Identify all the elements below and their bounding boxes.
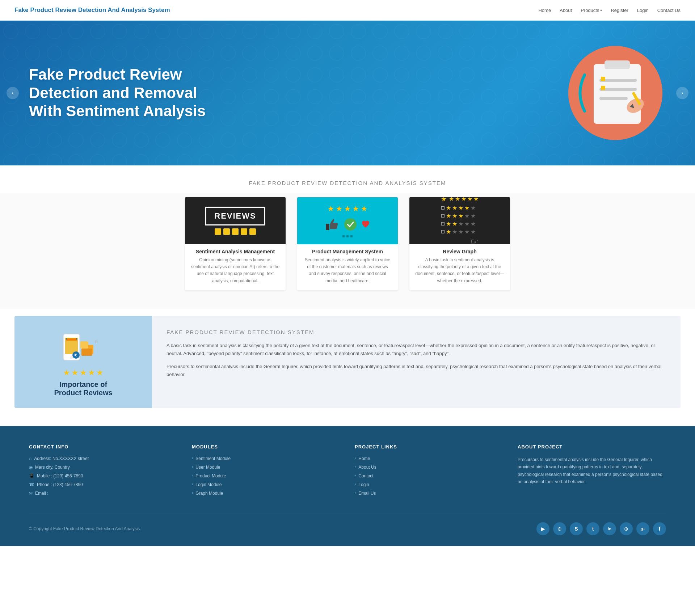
social-facebook[interactable]: f xyxy=(653,522,666,535)
importance-label: Importance ofProduct Reviews xyxy=(54,380,112,397)
link-email: ›Email Us xyxy=(355,491,503,496)
card-product-desc: Sentiment analysis is widely applied to … xyxy=(297,257,398,290)
link-about: ›About Us xyxy=(355,465,503,470)
chevron-icon: › xyxy=(355,465,356,469)
svg-marker-18 xyxy=(66,338,77,341)
email-icon: ✉ xyxy=(29,491,33,496)
thumbs-up-row xyxy=(205,228,265,235)
graph-stars-row1: ★★★★★ xyxy=(449,197,479,202)
social-youtube[interactable]: ▶ xyxy=(536,522,549,535)
detection-left: + ₹ ★ ★ ★ ★ ★ Importance ofProduct Revie… xyxy=(14,316,152,408)
importance-star-1: ★ xyxy=(63,368,70,377)
hero-section: ‹ Fake Product Review Detection and Remo… xyxy=(0,21,695,165)
mobile-icon: 📱 xyxy=(29,473,34,478)
star-2: ★ xyxy=(336,204,343,214)
chevron-icon: › xyxy=(192,482,193,486)
nav-login[interactable]: Login xyxy=(637,8,649,13)
card-sentiment-title: Sentiment Analysis Management xyxy=(185,244,286,257)
footer-links-title: PROJECT LINKS xyxy=(355,444,503,450)
importance-star-5: ★ xyxy=(96,368,104,377)
footer-contact: CONTACT INFO ⌂Address: No.XXXXXX street … xyxy=(29,444,177,499)
svg-rect-3 xyxy=(605,60,630,69)
chevron-icon: › xyxy=(355,473,356,477)
chevron-icon: › xyxy=(192,491,193,495)
chevron-icon: › xyxy=(355,482,356,486)
footer-modules: MODULES ›Sentiment Module ›User Module ›… xyxy=(192,444,340,499)
navbar: Fake Product Review Detection And Analys… xyxy=(0,0,695,21)
module-user: ›User Module xyxy=(192,465,340,470)
hero-illustration xyxy=(565,42,666,144)
nav-products[interactable]: Products ▾ xyxy=(581,8,602,13)
cards-section: REVIEWS Sentiment Analysis Management Op… xyxy=(0,193,695,309)
detection-title: FAKE PRODUCT REVIEW DETECTION SYSTEM xyxy=(167,329,666,335)
importance-star-2: ★ xyxy=(71,368,79,377)
shop-illustration: + ₹ xyxy=(62,327,105,363)
hero-svg xyxy=(565,42,666,144)
card-product: ★ ★ ★ ★ ★ xyxy=(297,197,398,291)
contact-city: ◉Mars city, Country xyxy=(29,465,177,470)
thumbs-up-icon xyxy=(324,216,340,232)
footer-bottom: © Copyright Fake Product Review Detectio… xyxy=(29,514,666,535)
svg-rect-20 xyxy=(81,349,92,356)
importance-star-4: ★ xyxy=(88,368,95,377)
card-graph-desc: A basic task in sentiment analysis is cl… xyxy=(409,257,510,290)
card-img-graph: ★ ★★★★★ ★★★★★ ★★★★★ xyxy=(409,197,510,244)
hero-title: Fake Product Review Detection and Remova… xyxy=(29,66,232,120)
svg-point-16 xyxy=(70,356,73,359)
star-5: ★ xyxy=(361,204,368,214)
detection-section: + ₹ ★ ★ ★ ★ ★ Importance ofProduct Revie… xyxy=(14,316,681,408)
svg-rect-7 xyxy=(601,77,605,81)
link-login: ›Login xyxy=(355,482,503,487)
footer-modules-title: MODULES xyxy=(192,444,340,450)
nav-about[interactable]: About xyxy=(560,8,572,13)
star-4: ★ xyxy=(352,204,359,214)
chevron-icon: › xyxy=(192,473,193,477)
nav-links: Home About Products ▾ Register Login Con… xyxy=(538,7,681,13)
social-skype[interactable]: S xyxy=(570,522,583,535)
footer: CONTACT INFO ⌂Address: No.XXXXXX street … xyxy=(0,426,695,546)
phone-icon: ☎ xyxy=(29,482,34,487)
chevron-icon: › xyxy=(192,465,193,469)
contact-phone: ☎Phone : (123) 456-7890 xyxy=(29,482,177,487)
hero-text: Fake Product Review Detection and Remova… xyxy=(29,66,232,120)
contact-email: ✉Email : xyxy=(29,491,177,496)
contact-mobile: 📱Mobile : (123) 456-7890 xyxy=(29,473,177,478)
module-sentiment: ›Sentiment Module xyxy=(192,456,340,461)
detection-right: FAKE PRODUCT REVIEW DETECTION SYSTEM A b… xyxy=(152,316,681,408)
social-twitter[interactable]: t xyxy=(586,522,599,535)
detection-para1: A basic task in sentiment analysis is cl… xyxy=(167,342,666,358)
social-github[interactable]: ⊙ xyxy=(553,522,566,535)
star-3: ★ xyxy=(344,204,351,214)
footer-grid: CONTACT INFO ⌂Address: No.XXXXXX street … xyxy=(29,444,666,499)
brand-link[interactable]: Fake Product Review Detection And Analys… xyxy=(14,7,170,14)
copyright-text: © Copyright Fake Product Review Detectio… xyxy=(29,526,141,531)
link-contact: ›Contact xyxy=(355,473,503,478)
social-dribbble[interactable]: ⊕ xyxy=(620,522,633,535)
hero-next-button[interactable]: › xyxy=(676,87,688,99)
nav-register[interactable]: Register xyxy=(611,8,628,13)
footer-about-title: ABOUT PROJECT xyxy=(518,444,666,450)
heart-icon xyxy=(361,219,371,229)
nav-contact[interactable]: Contact Us xyxy=(657,8,681,13)
chevron-icon: › xyxy=(192,456,193,460)
module-graph: ›Graph Module xyxy=(192,491,340,496)
globe-icon: ◉ xyxy=(29,465,33,470)
card-sentiment-desc: Opinion mining (sometimes known as senti… xyxy=(185,257,286,290)
footer-links: PROJECT LINKS ›Home ›About Us ›Contact ›… xyxy=(355,444,503,499)
detection-para2: Precursors to sentimental analysis inclu… xyxy=(167,363,666,379)
contact-address: ⌂Address: No.XXXXXX street xyxy=(29,456,177,461)
social-google-plus[interactable]: g+ xyxy=(636,522,649,535)
svg-point-13 xyxy=(344,218,357,231)
social-icons: ▶ ⊙ S t in ⊕ g+ f xyxy=(536,522,666,535)
importance-star-3: ★ xyxy=(80,368,87,377)
card-sentiment: REVIEWS Sentiment Analysis Management Op… xyxy=(185,197,286,291)
svg-rect-21 xyxy=(80,341,88,349)
chevron-down-icon: ▾ xyxy=(600,8,602,12)
module-login: ›Login Module xyxy=(192,482,340,487)
svg-rect-8 xyxy=(601,86,605,90)
nav-home[interactable]: Home xyxy=(538,8,551,13)
hero-prev-button[interactable]: ‹ xyxy=(7,87,19,99)
footer-contact-title: CONTACT INFO xyxy=(29,444,177,450)
about-project-text: Precursors to sentimental analysis inclu… xyxy=(518,456,666,486)
social-linkedin[interactable]: in xyxy=(603,522,616,535)
